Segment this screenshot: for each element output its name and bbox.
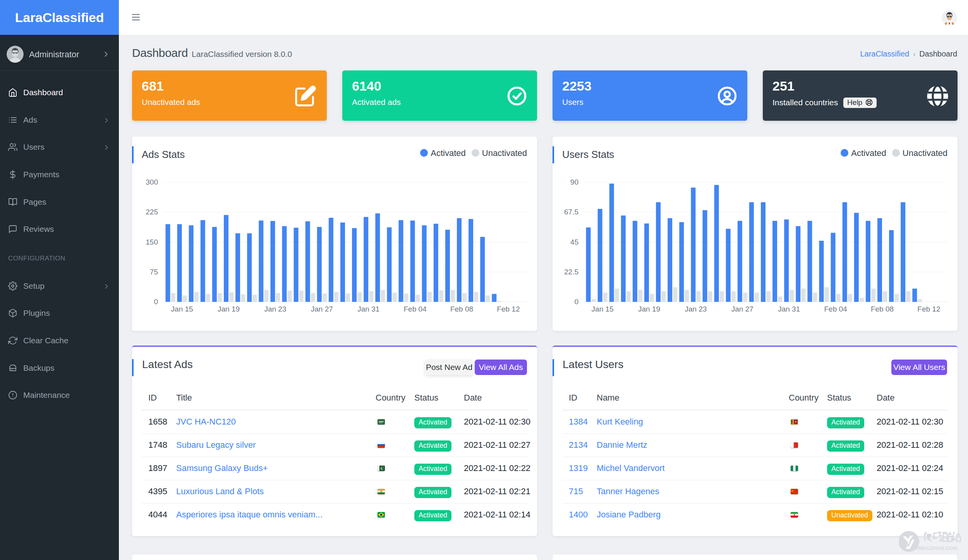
svg-text:Feb 08: Feb 08	[871, 305, 894, 313]
svg-text:Jan 15: Jan 15	[171, 305, 193, 313]
svg-text:67.5: 67.5	[564, 208, 578, 216]
svg-text:Feb 12: Feb 12	[917, 305, 940, 313]
svg-text:Jan 31: Jan 31	[357, 305, 379, 313]
svg-text:Jan 23: Jan 23	[685, 305, 707, 313]
svg-text:300: 300	[146, 178, 158, 186]
svg-text:Jan 27: Jan 27	[311, 305, 333, 313]
svg-text:Jan 27: Jan 27	[731, 305, 753, 313]
svg-text:75: 75	[150, 268, 158, 276]
svg-text:Jan 19: Jan 19	[638, 305, 660, 313]
svg-text:Jan 19: Jan 19	[218, 305, 240, 313]
svg-text:225: 225	[146, 208, 158, 216]
svg-text:Jan 15: Jan 15	[592, 305, 614, 313]
svg-text:Feb 04: Feb 04	[404, 305, 427, 313]
svg-text:0: 0	[574, 298, 578, 306]
svg-text:Feb 04: Feb 04	[824, 305, 848, 313]
svg-text:YMKUZHAN.COM: YMKUZHAN.COM	[915, 545, 957, 551]
svg-text:Feb 12: Feb 12	[497, 305, 520, 313]
svg-text:45: 45	[570, 238, 578, 246]
svg-text:22.5: 22.5	[564, 268, 578, 276]
svg-text:90: 90	[570, 178, 578, 186]
svg-text:Jan 23: Jan 23	[264, 305, 286, 313]
svg-text:0: 0	[154, 298, 158, 306]
svg-text:Jan 31: Jan 31	[778, 305, 800, 313]
svg-text:150: 150	[146, 238, 158, 246]
svg-text:Feb 08: Feb 08	[450, 305, 473, 313]
